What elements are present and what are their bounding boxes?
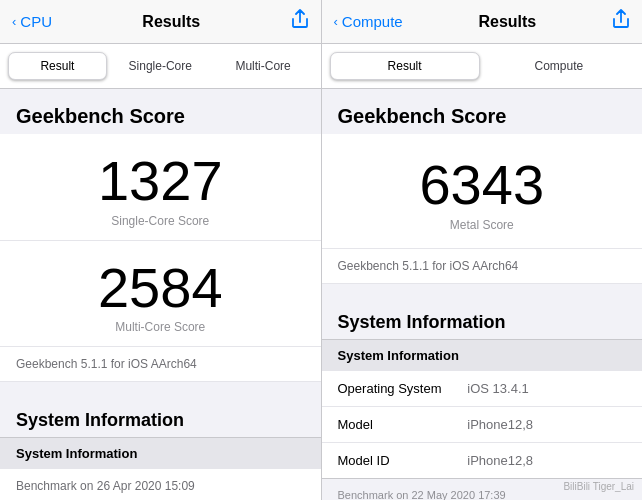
left-chevron-icon: ‹ (12, 14, 16, 29)
right-row-modelid: Model ID iPhone12,8 (322, 443, 643, 478)
right-geekbench-title: Geekbench Score (322, 89, 643, 134)
left-scores: 1327 Single-Core Score 2584 Multi-Core S… (0, 134, 321, 346)
right-platform: Geekbench 5.1.1 for iOS AArch64 (322, 248, 643, 284)
left-panel: ‹ CPU Results Result Single-Core Multi-C… (0, 0, 322, 500)
left-content: Geekbench Score 1327 Single-Core Score 2… (0, 89, 321, 500)
left-spacer (0, 382, 321, 394)
right-score-label-1: Metal Score (338, 218, 627, 232)
right-spacer (322, 284, 643, 296)
left-score-1: 1327 (16, 150, 305, 212)
left-score-label-2: Multi-Core Score (16, 320, 305, 334)
right-row-os: Operating System iOS 13.4.1 (322, 371, 643, 407)
left-header: ‹ CPU Results (0, 0, 321, 44)
right-val-modelid: iPhone12,8 (467, 453, 533, 468)
left-footer-text: Benchmark on 26 Apr 2020 15:09 (16, 479, 305, 493)
left-geekbench-title: Geekbench Score (0, 89, 321, 134)
left-share-icon[interactable] (291, 9, 309, 34)
left-header-title: Results (52, 13, 290, 31)
left-back-label: CPU (20, 13, 52, 30)
left-footer-row: Benchmark on 26 Apr 2020 15:09 (0, 469, 321, 500)
left-table-header: System Information (0, 438, 321, 469)
left-score-2: 2584 (16, 257, 305, 319)
left-tab-single[interactable]: Single-Core (111, 52, 210, 80)
left-platform: Geekbench 5.1.1 for iOS AArch64 (0, 346, 321, 382)
right-share-icon[interactable] (612, 9, 630, 34)
left-sysinfo-title: System Information (0, 394, 321, 437)
right-table: System Information Operating System iOS … (322, 339, 643, 479)
right-back-label: Compute (342, 13, 403, 30)
right-panel: ‹ Compute Results Result Compute Geekben… (322, 0, 643, 500)
right-tab-bar: Result Compute (322, 44, 643, 89)
right-content: Geekbench Score 6343 Metal Score Geekben… (322, 89, 643, 500)
right-score-1: 6343 (338, 154, 627, 216)
right-back-button[interactable]: ‹ Compute (334, 13, 403, 30)
right-key-os: Operating System (338, 381, 468, 396)
right-chevron-icon: ‹ (334, 14, 338, 29)
left-score-label-1: Single-Core Score (16, 214, 305, 228)
watermark: BiliBili Tiger_Lai (563, 481, 634, 492)
right-row-model: Model iPhone12,8 (322, 407, 643, 443)
left-table: System Information Benchmark on 26 Apr 2… (0, 437, 321, 500)
right-header: ‹ Compute Results (322, 0, 643, 44)
left-tab-multi[interactable]: Multi-Core (214, 52, 313, 80)
right-val-model: iPhone12,8 (467, 417, 533, 432)
left-tab-result[interactable]: Result (8, 52, 107, 80)
right-tab-compute[interactable]: Compute (484, 52, 634, 80)
left-back-button[interactable]: ‹ CPU (12, 13, 52, 30)
right-key-model: Model (338, 417, 468, 432)
right-val-os: iOS 13.4.1 (467, 381, 528, 396)
right-sysinfo-title: System Information (322, 296, 643, 339)
panels-container: ‹ CPU Results Result Single-Core Multi-C… (0, 0, 642, 500)
right-tab-result[interactable]: Result (330, 52, 480, 80)
right-scores: 6343 Metal Score (322, 134, 643, 248)
right-header-title: Results (403, 13, 612, 31)
right-table-header: System Information (322, 340, 643, 371)
right-key-modelid: Model ID (338, 453, 468, 468)
left-tab-bar: Result Single-Core Multi-Core (0, 44, 321, 89)
